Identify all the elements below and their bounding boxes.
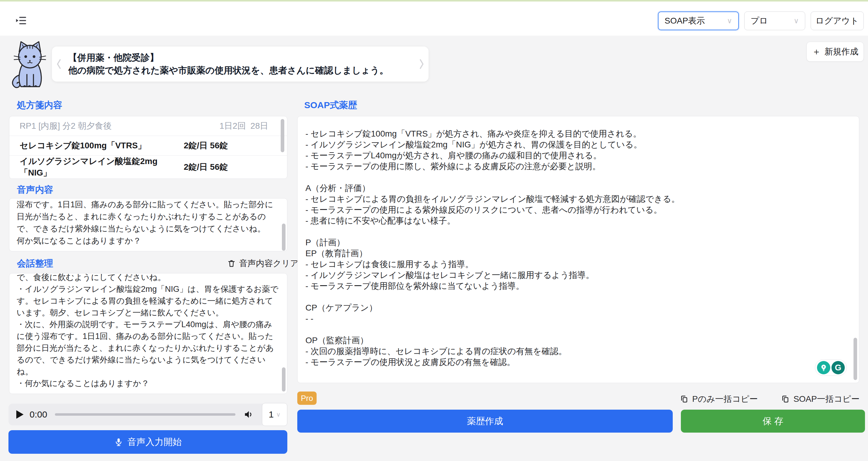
app-header: SOAP表示 ∨ プロ ∨ ログアウト: [0, 1, 868, 36]
new-record-label: 新規作成: [825, 46, 858, 57]
conversation-header: 会話整理 音声内容クリア: [9, 257, 299, 270]
chevron-down-icon: ∨: [276, 411, 281, 418]
medication-dose: 2錠/日 56錠: [184, 140, 228, 151]
grammarly-widget: G: [815, 359, 847, 376]
pro-badge: Pro: [297, 392, 317, 405]
audio-player: 0:00 1 ∨: [8, 404, 287, 425]
medication-dose: 2錠/日 56錠: [184, 161, 228, 173]
tip-title: 【併用薬・他院受診】: [68, 51, 412, 64]
grammarly-g-icon[interactable]: G: [832, 361, 845, 374]
seek-slider[interactable]: [55, 413, 236, 416]
medication-name: イルソグラジンマレイン酸塩錠2mg「NIG」: [20, 155, 184, 178]
assistant-tip-bubble: 【併用薬・他院受診】 他の病院で処方された薬や市販薬の使用状況を、患者さんに確認…: [52, 47, 429, 82]
voice-content-heading: 音声内容: [17, 184, 53, 196]
copy-actions: Pのみ一括コピー SOAP一括コピー: [680, 393, 860, 405]
clear-voice-content-label: 音声内容クリア: [239, 258, 299, 269]
playback-speed-select[interactable]: 1 ∨: [262, 403, 287, 426]
voice-content-textarea[interactable]: 湿布です。1日1回、痛みのある部分に貼ってください。貼った部分に日光が当たると、…: [9, 198, 287, 251]
create-record-button[interactable]: 薬歴作成: [297, 410, 673, 433]
copy-p-only-button[interactable]: Pのみ一括コピー: [680, 393, 758, 405]
chevron-down-icon: ∨: [727, 17, 732, 25]
prescription-header-row: RP1 [内服] 分2 朝夕食後 1日2回 28日: [9, 116, 287, 136]
logout-button[interactable]: ログアウト: [811, 11, 864, 30]
copy-icon: [781, 395, 790, 404]
medication-row[interactable]: イルソグラジンマレイン酸塩錠2mg「NIG」 2錠/日 56錠: [9, 155, 287, 178]
conversation-heading: 会話整理: [17, 257, 53, 270]
microphone-icon: [114, 437, 123, 446]
playback-time: 0:00: [30, 409, 47, 420]
display-mode-select[interactable]: SOAP表示 ∨: [658, 11, 739, 30]
cat-mascot: [10, 38, 50, 91]
prescription-card: RP1 [内服] 分2 朝夕食後 1日2回 28日 セレコキシブ錠100mg「V…: [9, 116, 287, 179]
soap-scrollbar[interactable]: [854, 338, 857, 380]
medication-row[interactable]: セレコキシブ錠100mg「VTRS」 2錠/日 56錠: [9, 136, 287, 155]
create-record-label: 薬歴作成: [467, 415, 503, 428]
header-controls: SOAP表示 ∨ プロ ∨ ログアウト: [658, 11, 864, 30]
medication-name: セレコキシブ錠100mg「VTRS」: [20, 140, 184, 151]
trash-icon: [227, 259, 236, 268]
tip-body: 他の病院で処方された薬や市販薬の使用状況を、患者さんに確認しましょう。: [68, 64, 412, 77]
clear-voice-content-button[interactable]: 音声内容クリア: [227, 258, 299, 269]
sidebar-toggle-icon[interactable]: [14, 14, 28, 28]
start-voice-input-label: 音声入力開始: [127, 436, 182, 448]
carousel-prev-icon[interactable]: [52, 58, 66, 70]
assistant-tip-text: 【併用薬・他院受診】 他の病院で処方された薬や市販薬の使用状況を、患者さんに確認…: [66, 51, 415, 77]
carousel-next-icon[interactable]: [415, 58, 429, 70]
chevron-down-icon: ∨: [794, 17, 799, 25]
start-voice-input-button[interactable]: 音声入力開始: [8, 430, 287, 454]
soap-heading: SOAP式薬歴: [304, 99, 357, 112]
save-label: 保 存: [763, 415, 783, 428]
playback-speed-value: 1: [269, 409, 274, 420]
soap-record-textarea[interactable]: - セレコキシブ錠100mg「VTRS」が処方され、痛みや炎症を抑える目的で使用…: [297, 116, 859, 383]
conversation-textarea[interactable]: 筋肉の痛みがあるときに使います。胃に負担がかかることがあるので、食後に飲むように…: [9, 273, 287, 394]
grammarly-g-letter: G: [835, 363, 841, 373]
conversation-scrollbar[interactable]: [282, 367, 285, 392]
copy-p-only-label: Pのみ一括コピー: [692, 393, 758, 405]
save-button[interactable]: 保 存: [681, 410, 865, 433]
rx-frequency-label: 1日2回 28日: [219, 120, 287, 132]
prescription-heading: 処方箋内容: [17, 99, 62, 112]
copy-soap-all-label: SOAP一括コピー: [794, 393, 860, 405]
logout-label: ログアウト: [815, 15, 859, 27]
rx-group-label: RP1 [内服] 分2 朝夕食後: [20, 120, 112, 132]
plan-select[interactable]: プロ ∨: [744, 11, 805, 30]
prescription-scrollbar[interactable]: [281, 119, 284, 152]
voice-content-scrollbar[interactable]: [282, 224, 285, 251]
plus-icon: ＋: [812, 46, 821, 58]
play-icon[interactable]: [16, 410, 24, 419]
volume-icon[interactable]: [243, 409, 253, 420]
suggestion-lightbulb-icon[interactable]: [817, 361, 830, 374]
copy-icon: [680, 395, 689, 404]
display-mode-value: SOAP表示: [664, 15, 705, 27]
new-record-button[interactable]: ＋ 新規作成: [806, 42, 864, 62]
copy-soap-all-button[interactable]: SOAP一括コピー: [781, 393, 860, 405]
plan-value: プロ: [751, 15, 768, 27]
